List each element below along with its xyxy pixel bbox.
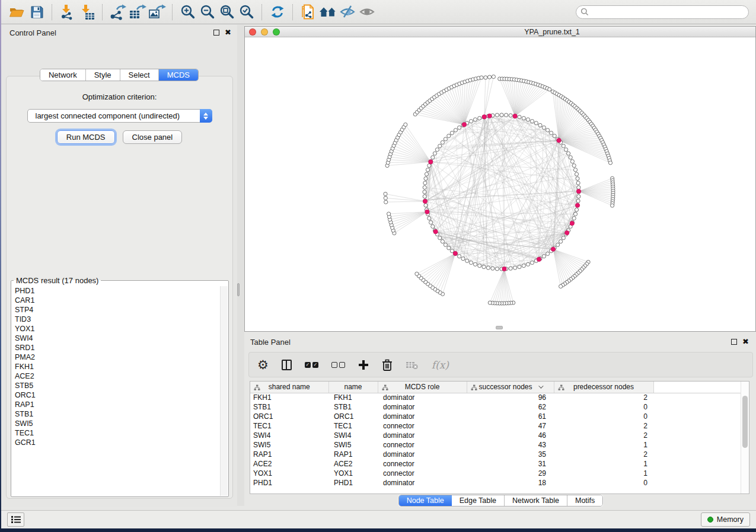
memory-button[interactable]: Memory — [701, 512, 750, 527]
table-cell[interactable]: 29 — [467, 469, 554, 478]
table-cell[interactable]: 2 — [554, 421, 653, 431]
mcds-result-item[interactable]: SRD1 — [12, 343, 228, 352]
delete-column-icon[interactable] — [382, 359, 393, 371]
column-header-shared-name[interactable]: shared name — [250, 382, 328, 393]
tab-edge-table[interactable]: Edge Table — [452, 495, 505, 506]
mcds-result-item[interactable]: RAP1 — [12, 400, 228, 409]
float-table-panel-icon[interactable] — [731, 339, 737, 345]
mcds-result-item[interactable]: TEC1 — [12, 428, 228, 438]
table-cell[interactable]: YOX1 — [328, 469, 378, 478]
table-cell[interactable]: STB1 — [250, 402, 328, 412]
mcds-result-item[interactable]: GCR1 — [12, 438, 228, 447]
table-cell[interactable]: dominator — [378, 450, 467, 459]
table-cell[interactable]: dominator — [378, 402, 467, 412]
zoom-out-icon[interactable] — [197, 2, 217, 21]
mcds-result-item[interactable]: TID3 — [12, 315, 228, 324]
table-cell[interactable]: dominator — [378, 393, 467, 402]
table-row[interactable]: PHD1PHD1dominator180 — [250, 478, 741, 488]
mcds-result-item[interactable]: STB1 — [12, 409, 228, 419]
table-cell[interactable]: 2 — [554, 450, 653, 459]
mcds-result-item[interactable]: ACE2 — [12, 371, 228, 381]
deselect-all-columns-icon[interactable] — [331, 362, 345, 368]
mcds-result-scrollbar[interactable] — [220, 286, 228, 496]
table-cell[interactable]: FKH1 — [328, 393, 378, 402]
table-cell[interactable]: SWI4 — [250, 431, 328, 440]
table-row[interactable]: ACE2ACE2connector311 — [250, 459, 741, 469]
table-cell[interactable]: 96 — [467, 393, 554, 402]
table-cell[interactable]: TEC1 — [250, 421, 328, 431]
table-mode-gear-icon[interactable]: ⚙ — [257, 359, 269, 371]
table-cell[interactable]: SWI4 — [328, 431, 378, 440]
column-header-MCDS-role[interactable]: MCDS role — [378, 382, 467, 393]
mcds-result-item[interactable]: ORC1 — [12, 390, 228, 400]
close-panel-button[interactable]: Close panel — [123, 130, 183, 144]
table-row[interactable]: TEC1TEC1connector472 — [250, 421, 741, 431]
open-file-icon[interactable] — [7, 2, 27, 21]
mcds-result-item[interactable]: PMA2 — [12, 352, 228, 362]
show-columns-icon[interactable] — [282, 360, 292, 370]
mcds-result-item[interactable]: SWI5 — [12, 419, 228, 428]
table-cell[interactable]: 0 — [554, 478, 653, 488]
table-cell[interactable]: ORC1 — [328, 412, 378, 421]
houses-icon[interactable] — [318, 2, 337, 21]
select-all-columns-icon[interactable]: ✓✓ — [305, 362, 318, 368]
task-history-button[interactable] — [7, 512, 24, 527]
share-document-icon[interactable] — [298, 2, 318, 21]
tab-mcds[interactable]: MCDS — [159, 69, 198, 81]
table-row[interactable]: STB1STB1dominator620 — [250, 402, 741, 412]
table-cell[interactable]: 31 — [467, 459, 554, 469]
mcds-result-item[interactable]: SWI4 — [12, 334, 228, 343]
mcds-result-item[interactable]: YOX1 — [12, 324, 228, 334]
zoom-selected-icon[interactable] — [237, 2, 256, 21]
mcds-result-item[interactable]: STB5 — [12, 381, 228, 390]
network-window-titlebar[interactable]: YPA_prune.txt_1 — [245, 27, 755, 37]
tab-select[interactable]: Select — [120, 69, 159, 81]
table-cell[interactable]: dominator — [378, 412, 467, 421]
export-image-icon[interactable] — [147, 2, 167, 21]
table-cell[interactable]: PHD1 — [328, 478, 378, 488]
table-row[interactable]: FKH1FKH1dominator962 — [250, 393, 741, 402]
export-network-icon[interactable] — [108, 2, 127, 21]
table-vscroll[interactable] — [741, 382, 749, 493]
table-cell[interactable]: YOX1 — [250, 469, 328, 478]
table-cell[interactable]: 0 — [554, 412, 653, 421]
table-cell[interactable]: dominator — [378, 478, 467, 488]
show-details-eye-icon[interactable] — [357, 2, 377, 21]
table-cell[interactable]: 1 — [554, 459, 653, 469]
divider-scrollbar-thumb[interactable] — [237, 283, 240, 296]
table-cell[interactable]: SWI5 — [328, 440, 378, 450]
table-cell[interactable]: STB1 — [328, 402, 378, 412]
node-table[interactable]: shared namenameMCDS rolesuccessor nodesp… — [250, 381, 749, 494]
close-table-panel-icon[interactable]: ✖ — [742, 339, 749, 345]
column-header-successor-nodes[interactable]: successor nodes — [467, 382, 554, 393]
table-cell[interactable]: connector — [378, 421, 467, 431]
table-cell[interactable]: 1 — [554, 440, 653, 450]
tab-network[interactable]: Network — [40, 69, 86, 81]
mcds-result-item[interactable]: CAR1 — [12, 296, 228, 305]
table-vscroll-thumb[interactable] — [742, 396, 748, 448]
tab-network-table[interactable]: Network Table — [505, 495, 567, 506]
mcds-result-item[interactable]: STP4 — [12, 305, 228, 315]
table-cell[interactable]: 18 — [467, 478, 554, 488]
table-cell[interactable]: 35 — [467, 450, 554, 459]
function-builder-icon[interactable]: f(x) — [432, 359, 449, 371]
import-table-icon[interactable] — [77, 2, 97, 21]
tab-motifs[interactable]: Motifs — [567, 495, 602, 506]
float-panel-icon[interactable] — [213, 30, 219, 36]
table-cell[interactable]: 62 — [467, 402, 554, 412]
tab-style[interactable]: Style — [86, 69, 120, 81]
run-mcds-button[interactable]: Run MCDS — [57, 130, 115, 144]
zoom-fit-icon[interactable] — [217, 2, 237, 21]
table-cell[interactable]: connector — [378, 440, 467, 450]
table-cell[interactable]: 2 — [554, 393, 653, 402]
column-header-name[interactable]: name — [328, 382, 378, 393]
table-cell[interactable]: RAP1 — [328, 450, 378, 459]
table-cell[interactable]: 0 — [554, 402, 653, 412]
table-row[interactable]: ORC1ORC1dominator610 — [250, 412, 741, 421]
table-cell[interactable]: 61 — [467, 412, 554, 421]
mcds-result-list[interactable]: PHD1CAR1STP4TID3YOX1SWI4SRD1PMA2FKH1ACE2… — [12, 286, 228, 496]
table-cell[interactable]: TEC1 — [328, 421, 378, 431]
refresh-icon[interactable] — [267, 2, 287, 21]
criterion-dropdown[interactable]: largest connected component (undirected) — [27, 109, 212, 123]
tab-node-table[interactable]: Node Table — [399, 495, 452, 506]
